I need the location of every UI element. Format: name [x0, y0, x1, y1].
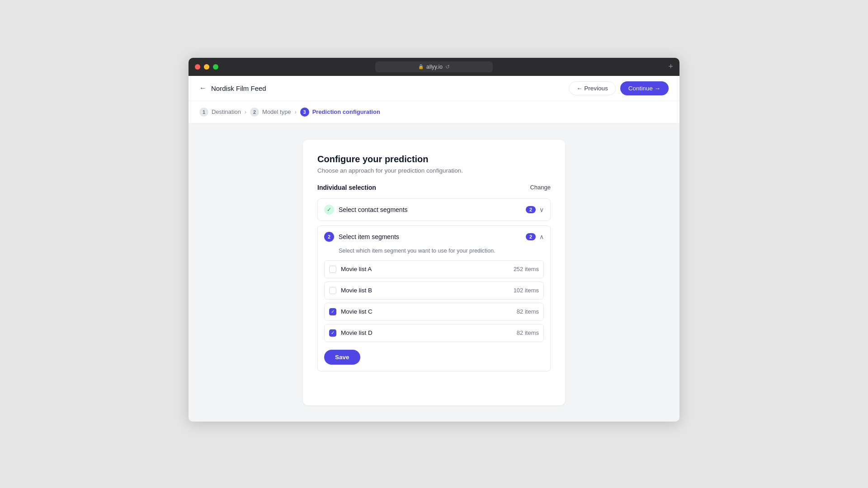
step-3-label: Prediction configuration — [312, 108, 380, 115]
section-header: Individual selection Change — [317, 184, 551, 191]
card-subtitle: Choose an approach for your prediction c… — [317, 167, 551, 174]
browser-titlebar: 🔒 allyy.io ↺ + — [189, 58, 679, 76]
accordion-1-left: ✓ Select contact segments — [324, 205, 408, 215]
content-card: Configure your prediction Choose an appr… — [303, 140, 565, 405]
list-item-b-left: Movie list B — [329, 287, 372, 294]
check-circle-icon: ✓ — [324, 205, 334, 215]
step-chevron-2: › — [295, 109, 297, 115]
step-1[interactable]: 1 Destination — [199, 108, 241, 117]
list-item-a-left: Movie list A — [329, 266, 372, 273]
accordion-item-segments: 2 Select item segments 2 ∧ Select which … — [317, 225, 551, 371]
list-item-c-left: ✓ Movie list C — [329, 308, 373, 315]
step-3-num: 3 — [300, 108, 309, 117]
accordion-2-header[interactable]: 2 Select item segments 2 ∧ — [318, 226, 550, 248]
accordion-contact-segments: ✓ Select contact segments 2 ∨ — [317, 198, 551, 221]
accordion-2-label: Select item segments — [339, 233, 399, 240]
step-chevron-1: › — [245, 109, 246, 115]
url-text: allyy.io — [426, 64, 443, 70]
step-2-num: 2 — [250, 108, 259, 117]
movie-b-count: 102 items — [514, 287, 539, 294]
step-badge-2: 2 — [324, 232, 334, 242]
change-link[interactable]: Change — [530, 184, 551, 191]
list-item: Movie list B 102 items — [324, 282, 544, 300]
checkbox-movie-a[interactable] — [329, 266, 336, 273]
refresh-icon[interactable]: ↺ — [445, 64, 450, 70]
step-3[interactable]: 3 Prediction configuration — [300, 108, 380, 117]
traffic-light-red[interactable] — [195, 64, 200, 70]
step-2-label: Model type — [262, 108, 291, 115]
back-arrow-icon: ← — [199, 84, 207, 92]
url-bar[interactable]: 🔒 allyy.io ↺ — [375, 61, 493, 72]
movie-c-count: 82 items — [517, 308, 539, 315]
continue-button[interactable]: Continue → — [620, 81, 669, 95]
checkbox-movie-c[interactable]: ✓ — [329, 308, 336, 315]
list-item: Movie list A 252 items — [324, 260, 544, 278]
chevron-down-icon: ∨ — [539, 206, 544, 213]
accordion-2-right: 2 ∧ — [526, 233, 544, 240]
lock-icon: 🔒 — [418, 64, 424, 69]
save-button[interactable]: Save — [324, 350, 360, 365]
movie-a-name: Movie list A — [341, 266, 372, 272]
app-title: Nordisk Film Feed — [211, 84, 266, 92]
chevron-up-icon: ∧ — [539, 233, 544, 240]
stepper-bar: 1 Destination › 2 Model type › 3 Predict… — [189, 101, 679, 123]
list-item-d-left: ✓ Movie list D — [329, 329, 373, 337]
header-actions: ← Previous Continue → — [569, 81, 669, 95]
previous-button[interactable]: ← Previous — [569, 81, 616, 95]
movie-d-name: Movie list D — [341, 329, 373, 336]
accordion-2-body: Select which item segment you want to us… — [318, 248, 550, 371]
section-title: Individual selection — [317, 184, 376, 191]
list-item: ✓ Movie list D 82 items — [324, 324, 544, 342]
movie-d-count: 82 items — [517, 329, 539, 336]
checkbox-movie-b[interactable] — [329, 287, 336, 294]
step-2[interactable]: 2 Model type — [250, 108, 291, 117]
accordion-1-count: 2 — [526, 206, 536, 213]
accordion-2-count: 2 — [526, 233, 536, 240]
traffic-light-yellow[interactable] — [204, 64, 209, 70]
movie-b-name: Movie list B — [341, 287, 372, 294]
movie-c-name: Movie list C — [341, 308, 373, 315]
step-1-label: Destination — [212, 108, 241, 115]
checkbox-movie-d[interactable]: ✓ — [329, 329, 336, 337]
main-content: Configure your prediction Choose an appr… — [189, 123, 679, 422]
new-tab-button[interactable]: + — [668, 62, 673, 71]
accordion-1-label: Select contact segments — [339, 206, 408, 213]
accordion-2-left: 2 Select item segments — [324, 232, 399, 242]
browser-window: 🔒 allyy.io ↺ + ← Nordisk Film Feed ← Pre… — [189, 58, 679, 422]
traffic-light-green[interactable] — [213, 64, 218, 70]
back-navigation[interactable]: ← Nordisk Film Feed — [199, 84, 266, 92]
accordion-1-right: 2 ∨ — [526, 206, 544, 213]
list-item: ✓ Movie list C 82 items — [324, 303, 544, 321]
step-1-num: 1 — [199, 108, 208, 117]
app-header: ← Nordisk Film Feed ← Previous Continue … — [189, 76, 679, 101]
movie-a-count: 252 items — [514, 266, 539, 272]
accordion-2-desc: Select which item segment you want to us… — [324, 248, 544, 254]
accordion-1-header[interactable]: ✓ Select contact segments 2 ∨ — [318, 199, 550, 221]
card-title: Configure your prediction — [317, 154, 551, 164]
